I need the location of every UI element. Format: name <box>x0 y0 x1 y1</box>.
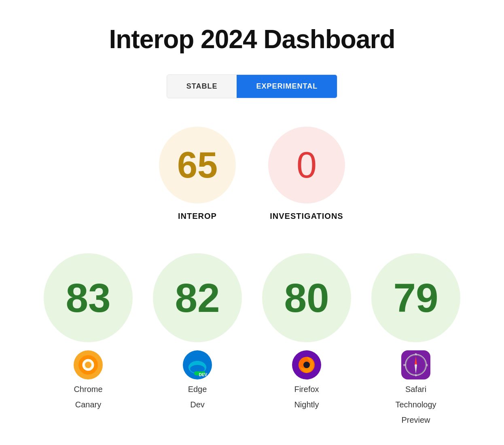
interop-value: 65 <box>177 144 218 186</box>
safari-tp-circle: 79 <box>371 253 460 342</box>
chrome-canary-score: 83 <box>66 275 110 321</box>
safari-tp-icon-wrap: N S E W Safari Technology Preview <box>395 350 436 426</box>
svg-text:DEV: DEV <box>199 373 208 377</box>
svg-point-3 <box>85 362 91 368</box>
page-title: Interop 2024 Dashboard <box>109 24 395 54</box>
investigations-score-item: 0 INVESTIGATIONS <box>268 127 345 221</box>
safari-tp-name2: Technology <box>395 399 436 410</box>
tab-stable[interactable]: STABLE <box>167 75 237 98</box>
edge-dev-name: Edge <box>188 384 207 395</box>
interop-circle: 65 <box>159 127 236 203</box>
chrome-canary-circle: 83 <box>44 253 133 342</box>
browser-chrome-canary: 83 Chrome Canary <box>44 253 133 410</box>
svg-text:W: W <box>403 364 406 367</box>
browser-edge-dev: 82 DEV Edge Dev <box>153 253 242 410</box>
chrome-canary-icon-wrap: Chrome Canary <box>74 350 103 410</box>
edge-dev-name2: Dev <box>190 399 205 410</box>
edge-dev-circle: 82 <box>153 253 242 342</box>
chrome-canary-name: Chrome <box>74 384 102 395</box>
investigations-label: INVESTIGATIONS <box>270 212 343 221</box>
summary-scores: 65 INTEROP 0 INVESTIGATIONS <box>159 127 345 221</box>
firefox-nightly-score: 80 <box>284 275 329 321</box>
firefox-nightly-icon-wrap: Firefox Nightly <box>292 350 321 410</box>
tab-switcher: STABLE EXPERIMENTAL <box>167 74 337 98</box>
firefox-nightly-name: Firefox <box>294 384 319 395</box>
firefox-nightly-icon <box>292 350 321 379</box>
interop-label: INTEROP <box>178 212 217 221</box>
edge-dev-icon: DEV <box>183 350 212 379</box>
safari-tp-icon: N S E W <box>401 350 430 379</box>
chrome-canary-icon <box>74 350 103 379</box>
tab-experimental[interactable]: EXPERIMENTAL <box>237 75 337 98</box>
browser-safari-tp: 79 N S E W Safari Technology Preview <box>371 253 460 426</box>
edge-dev-icon-wrap: DEV Edge Dev <box>183 350 212 410</box>
investigations-circle: 0 <box>268 127 345 203</box>
browsers-section: 83 Chrome Canary 82 DEV Edge <box>44 253 460 426</box>
chrome-canary-name2: Canary <box>75 399 101 410</box>
safari-tp-score: 79 <box>393 275 438 321</box>
firefox-nightly-circle: 80 <box>262 253 351 342</box>
safari-tp-name3: Preview <box>401 414 430 426</box>
interop-score-item: 65 INTEROP <box>159 127 236 221</box>
svg-text:E: E <box>426 364 428 367</box>
edge-dev-score: 82 <box>175 275 220 321</box>
firefox-nightly-name2: Nightly <box>294 399 319 410</box>
browser-firefox-nightly: 80 Firefox Nightly <box>262 253 351 410</box>
svg-text:N: N <box>415 353 417 356</box>
svg-point-11 <box>303 362 310 368</box>
svg-text:S: S <box>415 374 417 377</box>
safari-tp-name: Safari <box>405 384 426 395</box>
investigations-value: 0 <box>296 144 317 186</box>
